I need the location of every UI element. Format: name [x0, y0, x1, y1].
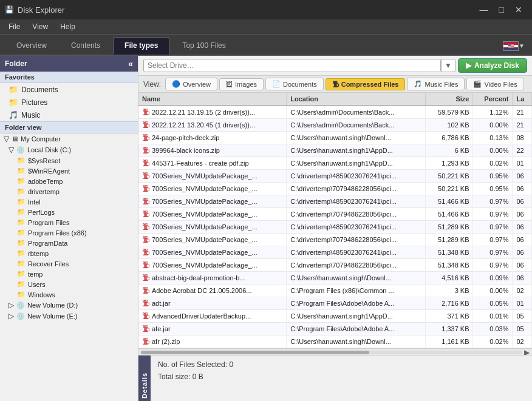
table-row[interactable]: 🗜700Series_NVMUpdatePackage_...C:\driver… [138, 183, 532, 195]
table-row[interactable]: 🗜700Series_NVMUpdatePackage_...C:\driver… [138, 221, 532, 234]
view-tab-video[interactable]: 🎬 Video Files [466, 78, 523, 90]
tree-windows[interactable]: 📁 Windows [0, 289, 138, 300]
table-row[interactable]: 🗜700Series_NVMUpdatePackage_...C:\driver… [138, 208, 532, 221]
table-row[interactable]: 🗜2022.12.21 13.19.15 (2 driver(s))...C:\… [138, 106, 532, 119]
sidebar-item-music[interactable]: 🎵 Music [0, 109, 138, 121]
files-selected-value: 0 [229, 360, 233, 369]
tree-adobetemp[interactable]: 📁 adobeTemp [0, 176, 138, 186]
tree-users[interactable]: 📁 Users [0, 279, 138, 289]
col-header-la[interactable]: La [513, 93, 532, 106]
disk-c-icon: 💿 [16, 146, 25, 154]
file-location-cell: C:\drivertemp\4859023076241\pci... [287, 195, 426, 208]
details-tab[interactable]: Details [138, 356, 151, 401]
tab-overview[interactable]: Overview [5, 37, 58, 55]
file-size-cell: 2,716 KB [426, 297, 473, 310]
table-row[interactable]: 🗜abstract-big-deal-promotion-b...C:\User… [138, 272, 532, 285]
folder-drivertemp-icon: 📁 [17, 187, 26, 195]
table-row[interactable]: 🗜24-page-pitch-deck.zipC:\Users\hanuwant… [138, 132, 532, 144]
tree-program-files[interactable]: 📁 Program Files [0, 217, 138, 227]
tree-new-volume-d[interactable]: ▷ 💿 New Volume (D:) [0, 300, 138, 311]
drive-select-input[interactable] [143, 59, 441, 72]
file-size-cell: 50,221 KB [426, 183, 473, 195]
file-name-cell: 🗜700Series_NVMUpdatePackage_... [138, 183, 287, 195]
flag-dropdown[interactable]: ▼ [519, 42, 525, 49]
file-size-cell: 59,579 KB [426, 106, 473, 119]
analyze-btn-label: Analyze Disk [474, 61, 519, 70]
view-tab-documents[interactable]: 📄 Documents [265, 78, 324, 90]
minimize-button[interactable]: — [475, 4, 493, 16]
tree-label-local-disk-c: Local Disk (C:) [27, 146, 71, 153]
tree-temp[interactable]: 📁 temp [0, 269, 138, 279]
analyze-disk-button[interactable]: ▶ Analyze Disk [458, 58, 527, 73]
table-row[interactable]: 🗜700Series_NVMUpdatePackage_...C:\driver… [138, 170, 532, 183]
tree-program-files-x86[interactable]: 📁 Program Files (x86) [0, 227, 138, 238]
view-tab-music[interactable]: 🎵 Music Files [407, 78, 465, 90]
tree-local-disk-c[interactable]: ▽ 💿 Local Disk (C:) [0, 144, 138, 155]
table-row[interactable]: 🗜445371-Features - create pdf.zipC:\User… [138, 157, 532, 170]
table-row[interactable]: 🗜700Series_NVMUpdatePackage_...C:\driver… [138, 246, 532, 259]
menu-view[interactable]: View [26, 21, 54, 33]
view-tab-compressed[interactable]: 🗜 Compressed Files [326, 78, 406, 90]
drive-dropdown-icon[interactable]: ▼ [441, 59, 455, 72]
table-row[interactable]: 🗜afe.jarC:\Program Files\Adobe\Adobe A..… [138, 323, 532, 335]
file-name-cell: 🗜AdvancedDriverUpdaterBackup... [138, 310, 287, 323]
file-size-cell: 51,466 KB [426, 195, 473, 208]
table-row[interactable]: 🗜adt.jarC:\Program Files\Adobe\Adobe A..… [138, 297, 532, 310]
col-header-size[interactable]: Size [426, 93, 473, 106]
favorites-label: Favorites [0, 72, 138, 83]
images-tab-label: Images [235, 81, 257, 88]
tree-new-volume-e[interactable]: ▷ 💿 New Volume (E:) [0, 311, 138, 322]
app-title: Disk Explorer [18, 5, 64, 15]
table-row[interactable]: 🗜afr (2).zipC:\Users\hanuwant.singh\Down… [138, 335, 532, 348]
file-la-cell: 06 [513, 195, 532, 208]
col-header-name[interactable]: Name [138, 93, 287, 106]
table-row[interactable]: 🗜700Series_NVMUpdatePackage_...C:\driver… [138, 259, 532, 272]
tree-winreagent[interactable]: 📁 $WinREAgent [0, 166, 138, 176]
table-header-row: Name Location Size Percent La [138, 93, 532, 106]
table-row[interactable]: 🗜2022.12.21 13.20.45 (1 driver(s))...C:\… [138, 119, 532, 132]
view-tab-images[interactable]: 🖼 Images [219, 78, 264, 90]
sidebar-collapse-button[interactable]: « [128, 59, 133, 69]
tree-label-winreagent: $WinREAgent [28, 167, 70, 175]
col-header-location[interactable]: Location [287, 93, 426, 106]
sidebar-item-documents[interactable]: 📁 Documents [0, 83, 138, 96]
tree-sysreset[interactable]: 📁 $SysReset [0, 155, 138, 166]
scroll-right-arrow[interactable]: ▶ [524, 348, 530, 356]
file-la-cell: 05 [513, 323, 532, 335]
tab-filetypes[interactable]: File types [113, 37, 169, 55]
tree-perflogs[interactable]: 📁 PerfLogs [0, 207, 138, 217]
sidebar-item-pictures[interactable]: 📁 Pictures [0, 96, 138, 109]
maximize-button[interactable]: □ [494, 4, 509, 16]
tree-my-computer[interactable]: ▽ 🖥 My Computer [0, 133, 138, 144]
table-row[interactable]: 🗜Adobe Acrobat DC 21.005.2006...C:\Progr… [138, 285, 532, 297]
col-header-percent[interactable]: Percent [473, 93, 513, 106]
app-icon: 💾 [5, 5, 14, 14]
title-bar-left: 💾 Disk Explorer [5, 5, 64, 15]
file-table: Name Location Size Percent La 🗜2022.12.2… [138, 93, 532, 348]
tree-rbtemp[interactable]: 📁 rbtemp [0, 248, 138, 258]
view-tab-overview[interactable]: 🔵 Overview [165, 78, 217, 90]
menu-file[interactable]: File [2, 21, 26, 33]
table-row[interactable]: 🗜AdvancedDriverUpdaterBackup...C:\Users\… [138, 310, 532, 323]
file-la-cell: 06 [513, 208, 532, 221]
close-button[interactable]: ✕ [510, 4, 527, 16]
tree-intel[interactable]: 📁 Intel [0, 197, 138, 207]
tab-contents[interactable]: Contents [60, 37, 112, 55]
tree-recover-files[interactable]: 📁 Recover Files [0, 258, 138, 269]
tab-top100[interactable]: Top 100 Files [171, 37, 237, 55]
table-row[interactable]: 🗜399964-black icons.zipC:\Users\hanuwant… [138, 144, 532, 157]
files-selected-row: No. of Files Selected: 0 [158, 360, 525, 369]
documents-tab-label: Documents [283, 81, 317, 88]
file-name-cell: 🗜2022.12.21 13.19.15 (2 driver(s))... [138, 106, 287, 119]
tree-drivertemp[interactable]: 📁 drivertemp [0, 186, 138, 197]
folder-view-label: Folder view [0, 121, 138, 133]
table-row[interactable]: 🗜700Series_NVMUpdatePackage_...C:\driver… [138, 195, 532, 208]
tree-programdata[interactable]: 📁 ProgramData [0, 238, 138, 248]
file-la-cell: 01 [513, 297, 532, 310]
disk-d-icon: 💿 [16, 302, 25, 309]
table-row[interactable]: 🗜700Series_NVMUpdatePackage_...C:\driver… [138, 234, 532, 246]
video-tab-icon: 🎬 [473, 80, 482, 88]
view-label: View: [143, 80, 161, 89]
file-size-cell: 1,161 KB [426, 335, 473, 348]
menu-help[interactable]: Help [54, 21, 81, 33]
